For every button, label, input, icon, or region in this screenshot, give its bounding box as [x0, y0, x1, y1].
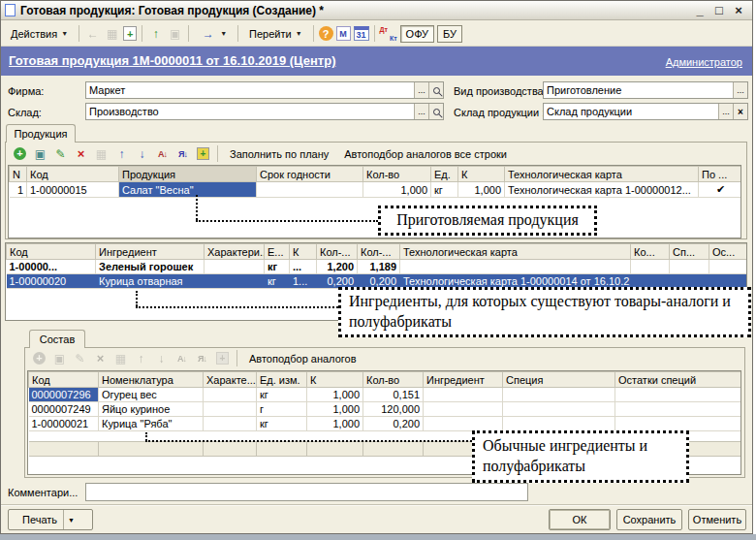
- delete-row-icon[interactable]: ×: [92, 350, 109, 366]
- table-row[interactable]: 1-00000021 Курица "Ряба" кг 1,000 0,200: [29, 417, 742, 431]
- cell[interactable]: 1,000: [363, 182, 431, 198]
- cell[interactable]: [204, 388, 257, 402]
- cell[interactable]: [205, 260, 265, 274]
- column-header[interactable]: Продукция: [119, 167, 257, 182]
- firm-lookup-button[interactable]: [428, 82, 443, 98]
- new-document-icon[interactable]: +: [123, 26, 137, 41]
- add-row-icon[interactable]: +: [31, 350, 47, 366]
- tab-products[interactable]: Продукция: [6, 124, 76, 143]
- cell[interactable]: 120,000: [363, 402, 424, 417]
- cell[interactable]: [503, 417, 615, 431]
- cell[interactable]: 1,189: [358, 260, 400, 274]
- column-header[interactable]: Характе...: [204, 372, 257, 388]
- column-header[interactable]: Кол-во: [363, 372, 424, 388]
- warehouse-ellipsis-button[interactable]: ...: [414, 104, 428, 119]
- table-view-icon[interactable]: ▦: [104, 25, 120, 42]
- cell[interactable]: Курица отварная: [96, 274, 205, 289]
- ofu-toggle-button[interactable]: ОФУ: [400, 25, 434, 43]
- column-header[interactable]: Код: [29, 372, 99, 388]
- add-row-icon[interactable]: +: [12, 145, 28, 162]
- note-icon[interactable]: М: [336, 26, 351, 41]
- cell[interactable]: кг: [265, 274, 290, 289]
- cell[interactable]: [709, 260, 748, 274]
- column-header[interactable]: Кол-...: [317, 244, 358, 260]
- save-button[interactable]: Сохранить: [616, 509, 682, 530]
- cell[interactable]: 1,000: [307, 417, 363, 431]
- column-header[interactable]: Номенклатура: [99, 372, 204, 388]
- comment-input[interactable]: [86, 484, 527, 500]
- cell[interactable]: кг: [257, 388, 307, 402]
- calendar-icon[interactable]: 31: [354, 26, 369, 41]
- cell[interactable]: 1-00000020: [7, 274, 96, 289]
- cell[interactable]: [424, 417, 503, 431]
- sort-desc-icon[interactable]: Я↓: [194, 350, 210, 366]
- cell[interactable]: [257, 182, 363, 198]
- copy-row-icon[interactable]: ▣: [32, 145, 48, 162]
- column-header[interactable]: Характери...: [205, 244, 265, 260]
- sort-asc-icon[interactable]: А↓: [154, 145, 171, 162]
- sort-asc-icon[interactable]: А↓: [173, 350, 190, 366]
- copy-row-icon[interactable]: ▣: [51, 350, 68, 366]
- column-header[interactable]: Ед.: [431, 167, 458, 182]
- cell-selected[interactable]: 0000007296: [29, 388, 99, 402]
- column-header[interactable]: По ...: [699, 167, 742, 182]
- table-row[interactable]: 0000007296 Огурец вес кг 1,000 0,151: [29, 388, 742, 402]
- maximize-button[interactable]: □: [709, 3, 729, 17]
- edit-row-icon[interactable]: ✎: [72, 350, 88, 366]
- cell[interactable]: 1,000: [307, 402, 363, 417]
- move-down-icon[interactable]: ↓: [134, 145, 150, 162]
- cell[interactable]: кг: [431, 182, 458, 198]
- column-header[interactable]: Технологическая карта: [400, 244, 631, 260]
- cell[interactable]: [424, 388, 503, 402]
- ok-button[interactable]: ОК: [549, 509, 611, 530]
- column-header[interactable]: Специя: [503, 372, 615, 388]
- cell[interactable]: [631, 260, 670, 274]
- cell[interactable]: кг: [265, 260, 290, 274]
- save-order-icon[interactable]: ▦: [93, 145, 110, 162]
- cell[interactable]: [615, 402, 742, 417]
- cell[interactable]: Зеленый горошек: [96, 260, 205, 274]
- column-header[interactable]: Ко...: [631, 244, 670, 260]
- product-warehouse-input[interactable]: [544, 104, 718, 119]
- product-warehouse-ellipsis-button[interactable]: ...: [718, 104, 733, 119]
- cell[interactable]: кг: [257, 417, 307, 431]
- column-header[interactable]: Код: [7, 244, 96, 260]
- column-header[interactable]: Срок годности: [257, 167, 363, 182]
- cell[interactable]: 1-00000021: [29, 417, 99, 431]
- print-button[interactable]: Печать ▼: [8, 509, 93, 530]
- bu-toggle-button[interactable]: БУ: [437, 25, 462, 43]
- autoselect-analogs-button[interactable]: Автоподбор аналогов: [243, 352, 362, 365]
- cell-checkmark[interactable]: ✔: [699, 182, 742, 198]
- goto-menu-button[interactable]: Перейти ▼: [243, 25, 308, 43]
- column-header[interactable]: Технологическая карта: [505, 167, 699, 182]
- warehouse-input[interactable]: [86, 104, 414, 119]
- cell[interactable]: 1-00000015: [27, 182, 119, 198]
- move-up-icon[interactable]: ↑: [133, 350, 149, 366]
- back-icon[interactable]: ←: [84, 25, 101, 42]
- cell[interactable]: 0000007249: [29, 402, 99, 417]
- autoselect-analogs-all-button[interactable]: Автоподбор аналогов все строки: [338, 147, 513, 161]
- auto-pick-icon[interactable]: +: [195, 145, 211, 162]
- edit-row-icon[interactable]: ✎: [52, 145, 69, 162]
- column-header[interactable]: Ос...: [709, 244, 748, 260]
- column-header[interactable]: К: [290, 244, 317, 260]
- cell[interactable]: 0,200: [363, 417, 424, 431]
- column-header[interactable]: Код: [27, 167, 119, 182]
- user-link[interactable]: Администратор: [666, 56, 742, 68]
- dtkt-icon[interactable]: Дт Кт: [380, 26, 397, 42]
- cell[interactable]: [503, 388, 615, 402]
- column-header[interactable]: Ингредиент: [424, 372, 503, 388]
- cancel-button[interactable]: Отменить: [688, 509, 746, 530]
- cell[interactable]: Технологическая карта 1-00000012...: [505, 182, 699, 198]
- cell[interactable]: [205, 274, 265, 289]
- cell[interactable]: [615, 417, 742, 431]
- cell[interactable]: 1,000: [307, 388, 363, 402]
- delete-row-icon[interactable]: ×: [73, 145, 89, 162]
- auto-pick-icon[interactable]: +: [214, 350, 231, 366]
- sort-desc-icon[interactable]: Я↓: [174, 145, 191, 162]
- chevron-down-icon[interactable]: ▼: [63, 510, 79, 529]
- cell[interactable]: ...: [290, 260, 317, 274]
- cell[interactable]: Яйцо куриное: [99, 402, 204, 417]
- cell[interactable]: 1,000: [458, 182, 505, 198]
- column-header[interactable]: Е...: [265, 244, 290, 260]
